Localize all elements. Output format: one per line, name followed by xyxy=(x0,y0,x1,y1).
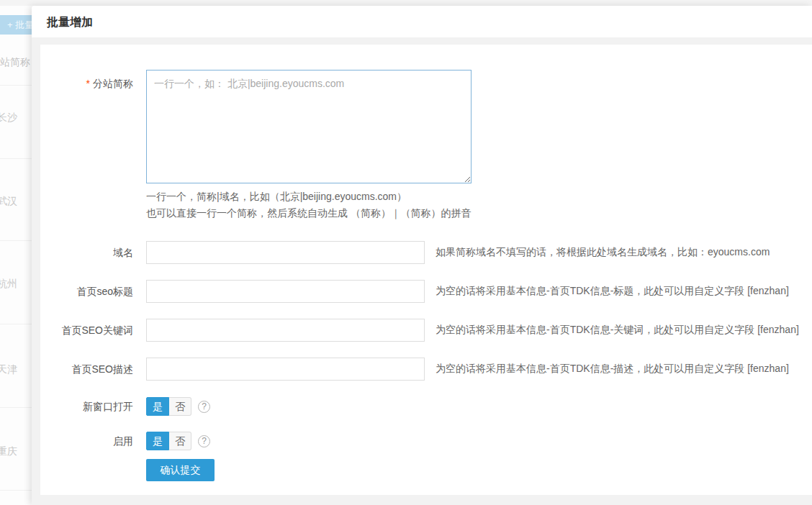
shortname-label: *分站简称 xyxy=(40,70,146,91)
bg-table-header-shortname: 站简称 xyxy=(0,56,30,69)
form-row-shortname: *分站简称 xyxy=(40,70,812,183)
seo-keywords-input[interactable] xyxy=(146,319,425,342)
row-divider xyxy=(0,407,32,408)
bg-row-wuhan: 武汉 xyxy=(0,195,17,208)
row-divider xyxy=(0,490,32,491)
shortname-help: 一行一个，简称|域名，比如（北京|beijing.eyoucms.com） 也可… xyxy=(146,188,812,222)
bg-row-changsha: 长沙 xyxy=(0,112,17,124)
open-new-window-no-button[interactable]: 否 xyxy=(169,397,191,416)
seo-description-label: 首页SEO描述 xyxy=(40,362,146,376)
submit-row: 确认提交 xyxy=(40,459,812,481)
form-panel: *分站简称 一行一个，简称|域名，比如（北京|beijing.eyoucms.c… xyxy=(40,45,812,495)
form-row-enabled: 启用 是 否 ? xyxy=(40,432,812,450)
form-row-seo-title: 首页seo标题 为空的话将采用基本信息-首页TDK信息-标题，此处可以用自定义字… xyxy=(40,280,812,303)
row-divider xyxy=(0,85,32,86)
shortname-help-line2: 也可以直接一行一个简称，然后系统自动生成 （简称）｜（简称）的拼音 xyxy=(146,205,812,222)
form-row-seo-keywords: 首页SEO关键词 为空的话将采用基本信息-首页TDK信息-关键词，此处可以用自定… xyxy=(40,319,812,342)
seo-description-input[interactable] xyxy=(146,358,425,381)
shortname-label-text: 分站简称 xyxy=(93,78,133,89)
form-row-open-new-window: 新窗口打开 是 否 ? xyxy=(40,397,812,416)
enabled-yes-button[interactable]: 是 xyxy=(146,432,169,450)
bg-row-hangzhou: 杭州 xyxy=(0,278,17,291)
background-top-strip xyxy=(0,0,812,6)
domain-label: 域名 xyxy=(40,245,146,260)
open-new-window-toggle: 是 否 xyxy=(146,397,191,416)
form-row-seo-description: 首页SEO描述 为空的话将采用基本信息-首页TDK信息-描述，此处可以用自定义字… xyxy=(40,358,812,381)
open-new-window-label: 新窗口打开 xyxy=(40,399,146,414)
bg-row-chongqing: 重庆 xyxy=(0,445,17,458)
seo-title-label: 首页seo标题 xyxy=(40,284,146,299)
open-new-window-yes-button[interactable]: 是 xyxy=(146,397,169,416)
seo-title-hint: 为空的话将采用基本信息-首页TDK信息-标题，此处可以用自定义字段 [fenzh… xyxy=(436,285,789,298)
required-asterisk: * xyxy=(86,78,90,89)
form-row-domain: 域名 如果简称域名不填写的话，将根据此处域名生成域名，比如：eyoucms.co… xyxy=(40,241,812,264)
bg-row-tianjin: 天津 xyxy=(0,363,17,376)
enabled-toggle: 是 否 xyxy=(146,432,191,450)
seo-keywords-hint: 为空的话将采用基本信息-首页TDK信息-关键词，此处可以用自定义字段 [fenz… xyxy=(436,324,799,337)
seo-description-hint: 为空的话将采用基本信息-首页TDK信息-描述，此处可以用自定义字段 [fenzh… xyxy=(436,363,789,376)
enabled-label: 启用 xyxy=(40,434,146,448)
help-icon[interactable]: ? xyxy=(198,401,210,413)
confirm-submit-button[interactable]: 确认提交 xyxy=(146,459,215,481)
enabled-no-button[interactable]: 否 xyxy=(169,432,191,450)
seo-title-input[interactable] xyxy=(146,280,425,303)
modal-header: 批量增加 xyxy=(32,6,812,37)
row-divider xyxy=(0,240,32,241)
row-divider xyxy=(0,324,32,324)
shortname-help-line1: 一行一个，简称|域名，比如（北京|beijing.eyoucms.com） xyxy=(146,188,812,205)
domain-hint: 如果简称域名不填写的话，将根据此处域名生成域名，比如：eyoucms.com xyxy=(436,246,770,259)
modal-title: 批量增加 xyxy=(47,6,812,39)
seo-keywords-label: 首页SEO关键词 xyxy=(40,323,146,337)
modal-body: *分站简称 一行一个，简称|域名，比如（北京|beijing.eyoucms.c… xyxy=(32,37,812,505)
shortname-textarea[interactable] xyxy=(146,70,472,183)
domain-input[interactable] xyxy=(146,241,425,264)
batch-add-modal: 批量增加 *分站简称 一行一个，简称|域名，比如（北京|beijing.eyou… xyxy=(32,6,812,505)
row-divider xyxy=(0,158,32,159)
help-icon[interactable]: ? xyxy=(198,435,210,447)
